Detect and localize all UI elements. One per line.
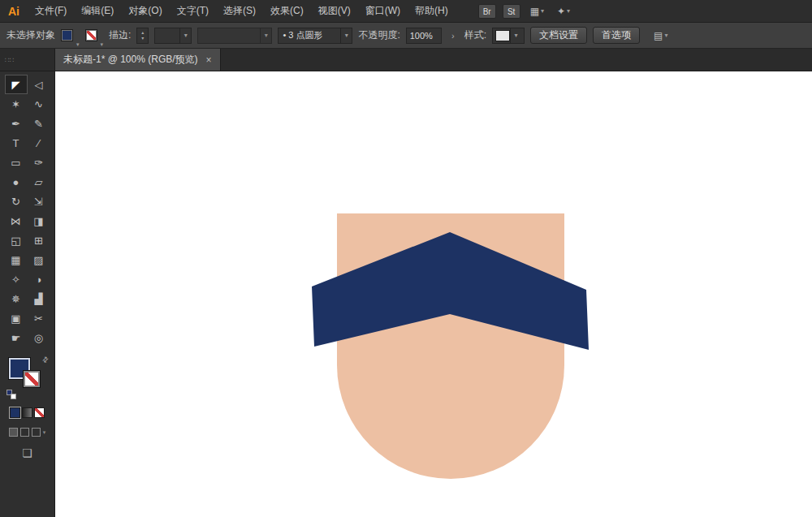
zoom-tool[interactable]: ◎ (28, 328, 50, 347)
draw-normal-button[interactable] (9, 428, 18, 437)
menu-help[interactable]: 帮助(H) (408, 0, 456, 22)
stepper-down-icon[interactable]: ▾ (141, 36, 144, 41)
preferences-button[interactable]: 首选项 (593, 27, 640, 44)
artwork (55, 71, 812, 517)
artboard-tool[interactable]: ▣ (5, 308, 28, 328)
brush-definition-value: • 3 点圆形 (279, 29, 340, 41)
style-button[interactable]: St (503, 4, 520, 19)
magic-wand-tool[interactable]: ✶ (5, 94, 28, 114)
opacity-flyout-icon[interactable]: › (447, 28, 459, 44)
artboard-canvas (55, 71, 812, 517)
arrange-documents-icon[interactable]: ▦▾ (527, 6, 547, 17)
stroke-caret-icon[interactable]: ▾ (101, 41, 104, 48)
menu-type[interactable]: 文字(T) (170, 0, 216, 22)
main-menu: 文件(F)编辑(E)对象(O)文字(T)选择(S)效果(C)视图(V)窗口(W)… (28, 0, 456, 22)
drawing-modes: ▾ (9, 428, 46, 437)
perspective-grid-tool[interactable]: ⊞ (28, 230, 50, 250)
width-profile-dropdown-icon[interactable]: ▾ (260, 28, 271, 43)
selection-status: 未选择对象 (6, 28, 55, 42)
app-logo: Ai (0, 5, 28, 18)
style-dropdown-icon[interactable]: ▾ (510, 28, 521, 43)
control-bar: 未选择对象 ▾ ▾ 描边: ▴▾ ▾ ▾ • 3 点圆形▾ 不透明度: › 样式… (0, 23, 812, 49)
mesh-tool[interactable]: ▦ (5, 250, 28, 269)
fill-caret-icon[interactable]: ▾ (76, 41, 80, 48)
stroke-weight-stepper[interactable]: ▴▾ (136, 28, 149, 44)
cs-services-icon[interactable]: ✦▾ (554, 6, 573, 17)
color-button[interactable] (10, 407, 20, 418)
menu-view[interactable]: 视图(V) (311, 0, 358, 22)
pencil-tool[interactable]: ✎ (28, 114, 50, 133)
slice-tool[interactable]: ✂ (28, 308, 50, 328)
brush-definition-dropdown-icon[interactable]: ▾ (340, 28, 352, 43)
stepper-up-icon[interactable]: ▴ (141, 30, 144, 36)
drawing-mode-caret-icon[interactable]: ▾ (43, 429, 46, 436)
width-tool[interactable]: ⋈ (5, 211, 28, 230)
style-label: 样式: (464, 28, 486, 42)
line-tool[interactable]: ∕ (28, 133, 50, 153)
menu-edit[interactable]: 编辑(E) (74, 0, 121, 22)
draw-behind-button[interactable] (20, 428, 29, 437)
caret-down-icon: ▾ (541, 7, 544, 15)
control-panel-menu-icon[interactable]: ▤▾ (654, 30, 667, 41)
document-tab-title: 未标题-1* @ 100% (RGB/预览) (63, 53, 198, 67)
document-tab-bar: ∷∷ 未标题-1* @ 100% (RGB/预览) × (0, 49, 812, 71)
paintbrush-tool[interactable]: ✑ (28, 153, 50, 172)
default-fill-stroke-icon[interactable] (6, 390, 16, 399)
menu-object[interactable]: 对象(O) (121, 0, 169, 22)
stroke-color-swatch[interactable] (85, 29, 97, 41)
hand-tool[interactable]: ☛ (5, 328, 28, 347)
scale-tool[interactable]: ⇲ (28, 192, 50, 211)
gradient-tool[interactable]: ▨ (28, 250, 50, 269)
shape-builder-tool[interactable]: ◱ (5, 230, 28, 250)
cs-services-glyph: ✦ (557, 6, 565, 17)
rotate-tool[interactable]: ↻ (5, 192, 28, 211)
opacity-label: 不透明度: (358, 28, 400, 42)
blend-tool[interactable]: ◑ (28, 269, 50, 289)
main-area: ◤◁✶∿✒✎T∕▭✑●▱↻⇲⋈◨◱⊞▦▨✧◑✵▟▣✂☛◎ ⇄ ▾ ❏ (0, 71, 812, 517)
none-button[interactable] (34, 407, 45, 418)
stroke-swatch-large[interactable] (23, 370, 41, 388)
column-graph-tool[interactable]: ▟ (28, 289, 50, 308)
bridge-button[interactable]: Br (478, 4, 496, 19)
type-tool[interactable]: T (5, 133, 28, 153)
draw-inside-button[interactable] (32, 428, 41, 437)
caret-down-icon: ▾ (567, 7, 570, 15)
menu-window[interactable]: 窗口(W) (358, 0, 408, 22)
eyedropper-tool[interactable]: ✧ (5, 269, 28, 289)
rectangle-tool[interactable]: ▭ (5, 153, 28, 172)
tools-panel: ◤◁✶∿✒✎T∕▭✑●▱↻⇲⋈◨◱⊞▦▨✧◑✵▟▣✂☛◎ ⇄ ▾ ❏ (0, 71, 55, 517)
stroke-weight-dropdown-icon[interactable]: ▾ (179, 28, 191, 43)
menu-select[interactable]: 选择(S) (216, 0, 263, 22)
blob-brush-tool[interactable]: ● (5, 172, 28, 192)
eraser-tool[interactable]: ▱ (28, 172, 50, 192)
stroke-label: 描边: (109, 28, 131, 42)
free-transform-tool[interactable]: ◨ (28, 211, 50, 230)
style-swatch (495, 30, 510, 41)
color-mode-row (10, 407, 45, 418)
direct-selection-tool[interactable]: ◁ (28, 75, 50, 94)
swap-fill-stroke-icon[interactable]: ⇄ (41, 355, 50, 364)
lasso-tool[interactable]: ∿ (28, 94, 50, 114)
opacity-input[interactable] (406, 28, 442, 44)
menu-effect[interactable]: 效果(C) (263, 0, 311, 22)
illustrator-app: Ai 文件(F)编辑(E)对象(O)文字(T)选择(S)效果(C)视图(V)窗口… (0, 0, 812, 517)
menu-file[interactable]: 文件(F) (28, 0, 74, 22)
style-combo[interactable]: ▾ (492, 28, 525, 44)
fill-color-swatch[interactable] (61, 29, 73, 41)
symbol-sprayer-tool[interactable]: ✵ (5, 289, 28, 308)
pen-tool[interactable]: ✒ (5, 114, 28, 133)
brush-definition-combo[interactable]: • 3 点圆形▾ (278, 28, 352, 44)
tools-panel-grip[interactable]: ∷∷ (0, 49, 55, 71)
selection-tool[interactable]: ◤ (5, 75, 28, 94)
document-tab[interactable]: 未标题-1* @ 100% (RGB/预览) × (55, 49, 221, 71)
variable-width-combo[interactable]: ▾ (197, 28, 272, 44)
arrange-documents-glyph: ▦ (530, 6, 539, 17)
tab-close-icon[interactable]: × (206, 54, 212, 66)
fill-stroke-indicator: ⇄ (6, 355, 49, 401)
screen-mode-button[interactable]: ❏ (22, 446, 32, 459)
screen-mode-icon: ❏ (22, 446, 32, 459)
document-setup-button[interactable]: 文档设置 (530, 27, 587, 44)
menu-bar-extras: Br St ▦▾ ✦▾ (478, 4, 573, 19)
gradient-button[interactable] (22, 407, 32, 418)
stroke-weight-combo[interactable]: ▾ (154, 28, 192, 44)
